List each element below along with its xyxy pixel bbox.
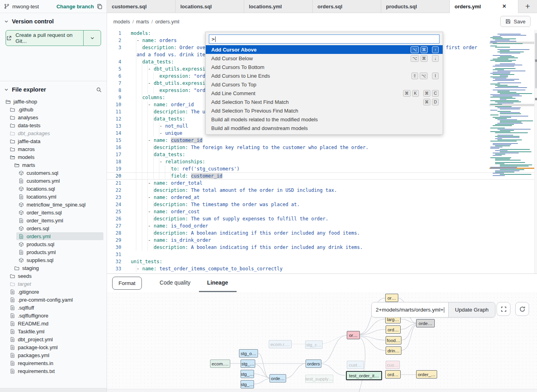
command-item[interactable]: Add Cursors To Bottom: [206, 63, 443, 71]
tab-locations.sql[interactable]: locations.sql: [176, 0, 244, 13]
command-item[interactable]: Add Cursors to Line Ends⇧⌥I: [206, 71, 443, 80]
fullscreen-button[interactable]: [497, 302, 510, 316]
lineage-node[interactable]: drin…: [386, 346, 401, 355]
tab-locations.yml[interactable]: locations.yml: [244, 0, 313, 13]
code-line[interactable]: 24 description: The timestamp the order …: [107, 201, 537, 208]
minimap[interactable]: [489, 34, 534, 208]
tree-item[interactable]: customers.yml: [0, 177, 107, 185]
tree-item[interactable]: locations.sql: [0, 185, 107, 193]
tab-orders.sql[interactable]: orders.sql: [313, 0, 381, 13]
lineage-filter-input[interactable]: 2+models/marts/orders.yml+: [372, 302, 448, 317]
code-line[interactable]: 28 description: A boolean indicating if …: [107, 229, 537, 237]
tree-item[interactable]: jaffle-shop: [0, 98, 107, 105]
tree-item[interactable]: marts: [0, 161, 107, 169]
code-line[interactable]: 26 description: The sum of supply expens…: [107, 215, 537, 222]
tree-item[interactable]: metricflow_time_spine.sql: [0, 201, 107, 208]
command-item[interactable]: Add Cursor Below⌥⌘↓: [206, 54, 443, 63]
code-line[interactable]: 31: [107, 251, 537, 258]
tab-orders.yml[interactable]: orders.yml×: [450, 0, 518, 13]
search-icon[interactable]: [96, 87, 102, 93]
breadcrumb-models[interactable]: models: [113, 19, 130, 25]
lineage-node[interactable]: ord…: [385, 370, 401, 379]
tree-item[interactable]: staging: [0, 264, 107, 272]
lineage-node[interactable]: or…: [347, 331, 360, 339]
tree-item[interactable]: requirements.in: [0, 359, 107, 367]
bottom-tab-code-quality[interactable]: Code quality: [151, 274, 199, 292]
tree-item[interactable]: order_items.sql: [0, 208, 107, 216]
code-editor[interactable]: 1models:2 - name: orders3 description: O…: [107, 30, 537, 273]
tree-item[interactable]: macros: [0, 145, 107, 153]
code-line[interactable]: 22 description: The total amount of the …: [107, 187, 537, 194]
command-item[interactable]: Add Selection To Previous Find Match: [206, 106, 443, 115]
tree-item[interactable]: requirements.txt: [0, 367, 107, 375]
tree-item[interactable]: analyses: [0, 113, 107, 121]
tree-item[interactable]: seeds: [0, 272, 107, 280]
tree-item[interactable]: products.sql: [0, 240, 107, 248]
sidebar-scrollbar[interactable]: [0, 388, 107, 392]
tree-item[interactable]: package-lock.yml: [0, 343, 107, 351]
bottom-tab-lineage[interactable]: Lineage: [199, 274, 237, 292]
code-line[interactable]: 25 - name: order_cost: [107, 208, 537, 215]
code-line[interactable]: 23 - name: ordered_at: [107, 194, 537, 201]
copy-branch-icon[interactable]: [97, 4, 103, 10]
lineage-node[interactable]: stg_o…: [239, 349, 258, 358]
code-line[interactable]: 29 - name: is_drink_order: [107, 237, 537, 244]
code-line[interactable]: 19 to: ref('stg_customers'): [107, 165, 537, 172]
lineage-node[interactable]: stg_…: [241, 370, 254, 378]
command-item[interactable]: Add Cursors To Top: [206, 80, 443, 89]
command-palette-input[interactable]: >: [209, 34, 440, 44]
command-item[interactable]: Build all models related to the modified…: [206, 115, 443, 124]
tree-item[interactable]: dbt_project.yml: [0, 335, 107, 343]
tree-item[interactable]: orders.sql: [0, 224, 107, 232]
tree-item[interactable]: target: [0, 280, 107, 288]
code-line[interactable]: 20 field: customer_id: [107, 172, 537, 180]
breadcrumb-file[interactable]: orders.yml: [155, 19, 180, 25]
lineage-node[interactable]: ord…: [386, 325, 401, 334]
tree-item[interactable]: supplies.sql: [0, 256, 107, 264]
tree-item[interactable]: .pre-commit-config.yaml: [0, 296, 107, 304]
lineage-node[interactable]: stg_…: [241, 359, 255, 368]
code-line[interactable]: 30 description: A boolean indicating if …: [107, 244, 537, 251]
file-explorer-header[interactable]: File explorer: [0, 81, 107, 95]
tree-item[interactable]: Taskfile.yml: [0, 327, 107, 335]
tree-item[interactable]: packages.yml: [0, 351, 107, 359]
lineage-panel[interactable]: or…larg…orde…ord…food…drin…or…ecom.r.…st…: [107, 292, 537, 392]
tab-customers.sql[interactable]: customers.sql: [107, 0, 176, 13]
change-branch-link[interactable]: Change branch: [56, 4, 94, 10]
lineage-node[interactable]: or…: [385, 294, 398, 302]
lineage-node[interactable]: test_order_it…: [346, 371, 382, 380]
code-line[interactable]: 32unit_tests:: [107, 258, 537, 265]
code-line[interactable]: 17 data_tests:: [107, 151, 537, 158]
code-line[interactable]: 18 - relationships:: [107, 158, 537, 165]
command-item[interactable]: Add Selection To Next Find Match⌘D: [206, 98, 443, 106]
lineage-node[interactable]: orders: [306, 359, 321, 368]
lineage-node[interactable]: test_supply…: [305, 375, 333, 383]
lineage-node[interactable]: ecom.r.…: [269, 340, 292, 348]
code-line[interactable]: 16 description: The foreign key relating…: [107, 144, 537, 151]
tab-products.sql[interactable]: products.sql: [381, 0, 450, 13]
tree-item[interactable]: data-tests: [0, 121, 107, 129]
save-button[interactable]: Save: [500, 16, 531, 27]
create-pr-button[interactable]: Create a pull request on Git...: [6, 30, 101, 46]
tree-item[interactable]: customers.sql: [0, 169, 107, 177]
update-graph-button[interactable]: Update Graph: [448, 302, 495, 317]
lineage-node[interactable]: order_…: [416, 370, 437, 379]
new-tab-button[interactable]: +: [525, 2, 530, 10]
command-item[interactable]: Add Line Comment⌘K⌘C: [206, 89, 443, 98]
command-item[interactable]: Add Cursor Above⌥⌘↑: [206, 45, 443, 54]
lineage-node[interactable]: stg_c…: [305, 340, 323, 349]
breadcrumb-marts[interactable]: marts: [136, 19, 149, 25]
code-line[interactable]: 21 - name: order_total: [107, 180, 537, 187]
code-line[interactable]: 15 - name: customer_id: [107, 137, 537, 144]
lineage-node[interactable]: orde…: [269, 374, 286, 382]
tree-item[interactable]: models: [0, 153, 107, 161]
tree-item[interactable]: jaffle-data: [0, 137, 107, 145]
tree-item[interactable]: locations.yml: [0, 193, 107, 201]
code-line[interactable]: 33 - name: test_order_items_compute_to_b…: [107, 265, 537, 272]
code-line[interactable]: 27 - name: is_food_order: [107, 222, 537, 229]
lineage-node[interactable]: cust…: [347, 361, 364, 369]
tree-item[interactable]: .gitignore: [0, 288, 107, 296]
format-button[interactable]: Format: [112, 277, 142, 290]
tree-item[interactable]: .github: [0, 105, 107, 113]
lineage-node[interactable]: food…: [386, 336, 401, 344]
